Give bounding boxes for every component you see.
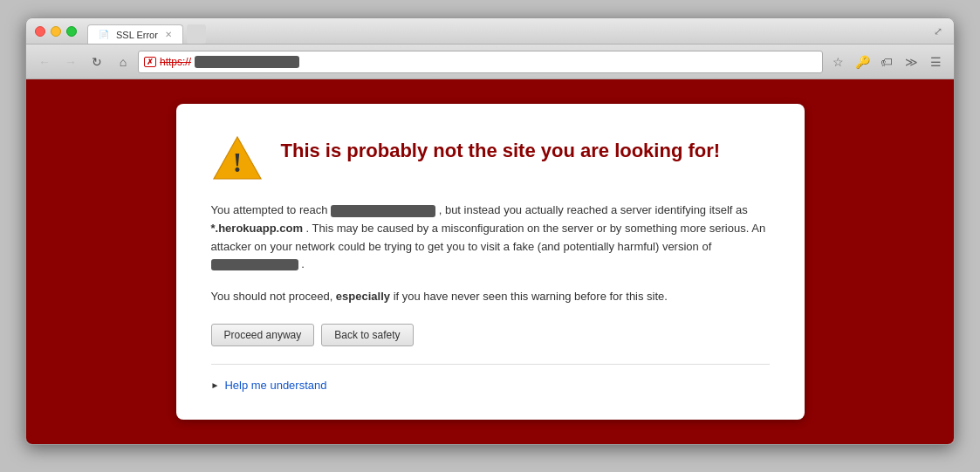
divider <box>211 364 770 365</box>
bookmark-star-button[interactable]: ☆ <box>826 51 849 73</box>
svg-text:!: ! <box>232 147 241 178</box>
key-icon: 🔑 <box>855 55 870 69</box>
address-bar[interactable]: ✗ https:// <box>138 51 823 73</box>
warning-prefix: You should not proceed, <box>211 290 336 303</box>
home-icon: ⌂ <box>120 55 127 69</box>
active-tab[interactable]: 📄 SSL Error ✕ <box>87 24 183 44</box>
tag-button[interactable]: 🏷 <box>875 51 898 73</box>
maximize-button[interactable] <box>66 26 77 37</box>
warning-text: You should not proceed, especially if yo… <box>211 288 770 306</box>
new-tab-button[interactable] <box>187 24 206 44</box>
bookmark-star-icon: ☆ <box>833 55 844 69</box>
warning-triangle-icon: ! <box>211 132 264 184</box>
reload-icon: ↻ <box>92 55 102 69</box>
menu-icon: ☰ <box>930 55 942 69</box>
warning-emphasis: especially <box>336 290 390 303</box>
error-title: This is probably not the site you are lo… <box>281 139 721 164</box>
warning-suffix: if you have never seen this warning befo… <box>390 290 668 303</box>
tag-icon: 🏷 <box>881 55 893 69</box>
https-text: https:// <box>160 56 191 68</box>
traffic-lights <box>35 26 77 37</box>
error-card: ! This is probably not the site you are … <box>176 104 805 420</box>
title-bar: 📄 SSL Error ✕ ⤢ <box>26 18 954 44</box>
menu-button[interactable]: ☰ <box>924 51 947 73</box>
chevron-right-icon: ► <box>211 380 220 390</box>
more-button[interactable]: ≫ <box>900 51 922 73</box>
reload-button[interactable]: ↻ <box>86 51 108 73</box>
more-icon: ≫ <box>905 55 918 69</box>
content-area: ! This is probably not the site you are … <box>26 79 954 444</box>
toolbar: ← → ↻ ⌂ ✗ https:// ☆ 🔑 🏷 ≫ <box>26 44 954 79</box>
back-button[interactable]: ← <box>33 51 56 73</box>
proceed-anyway-button[interactable]: Proceed anyway <box>211 324 315 346</box>
key-button[interactable]: 🔑 <box>851 51 874 73</box>
ssl-warning-icon: ✗ <box>144 57 156 67</box>
back-icon: ← <box>38 55 51 69</box>
minimize-button[interactable] <box>51 26 61 37</box>
redacted-domain-1 <box>331 205 435 217</box>
body-text-2: , but instead you actually reached a ser… <box>439 203 748 216</box>
help-link[interactable]: ► Help me understand <box>211 379 770 392</box>
back-to-safety-button[interactable]: Back to safety <box>321 324 413 346</box>
redacted-domain-2 <box>211 259 298 270</box>
error-header: ! This is probably not the site you are … <box>211 132 770 184</box>
tab-title: SSL Error <box>116 30 158 40</box>
button-row: Proceed anyway Back to safety <box>211 324 770 346</box>
tab-bar: 📄 SSL Error ✕ <box>87 18 206 44</box>
toolbar-actions: ☆ 🔑 🏷 ≫ ☰ <box>826 51 947 73</box>
body-text-1: You attempted to reach <box>211 203 332 216</box>
tab-close-button[interactable]: ✕ <box>165 30 172 39</box>
tab-icon: 📄 <box>99 30 109 39</box>
url-domain-blocked <box>195 56 299 68</box>
close-button[interactable] <box>35 26 45 37</box>
herokuapp-domain: *.herokuapp.com <box>211 222 303 235</box>
error-body: You attempted to reach , but instead you… <box>211 202 770 274</box>
help-link-text: Help me understand <box>224 379 326 392</box>
body-text-4: . <box>301 257 305 270</box>
browser-window: 📄 SSL Error ✕ ⤢ ← → ↻ ⌂ ✗ https:// <box>25 17 955 445</box>
home-button[interactable]: ⌂ <box>112 51 134 73</box>
forward-button[interactable]: → <box>59 51 82 73</box>
forward-icon: → <box>65 55 77 69</box>
resize-button[interactable]: ⤢ <box>931 24 945 38</box>
